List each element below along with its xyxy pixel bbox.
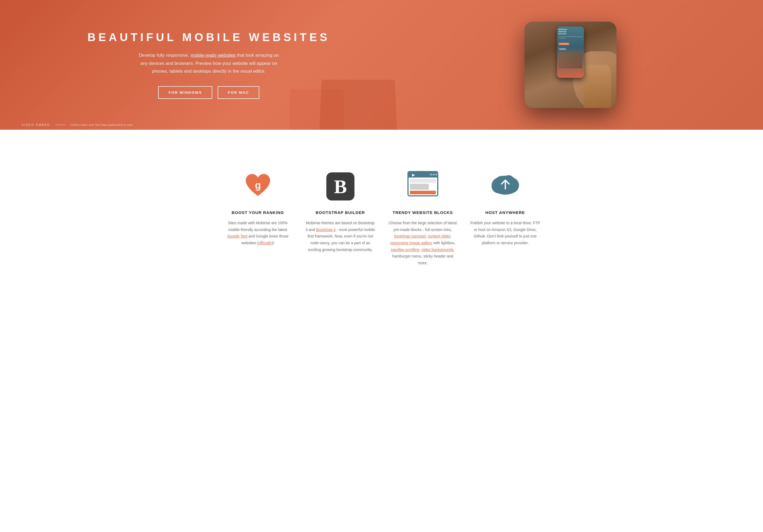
- heart-g-icon: g: [242, 170, 274, 203]
- feature-trendy-title: TRENDY WEBSITE BLOCKS: [392, 210, 453, 215]
- hero-description: Develop fully responsive, mobile-ready w…: [139, 51, 279, 75]
- feature-host: HOST ANYWHERE Publish your website to a …: [469, 170, 541, 266]
- hero-section: BEAUTIFUL MOBILE WEBSITES Develop fully …: [0, 0, 763, 130]
- cloud-upload-icon: [489, 170, 521, 198]
- svg-rect-10: [410, 179, 436, 183]
- phone-mockup: MOBIRISEWEBSITEBUILDER Create awesome mo…: [524, 22, 616, 108]
- feature-host-title: HOST ANYWHERE: [485, 210, 525, 215]
- features-grid: g BOOST YOUR RANKING Sites made with Mob…: [206, 148, 557, 282]
- feature-bootstrap-desc: Mobirise themes are based on Bootstrap 3…: [304, 220, 376, 253]
- officially-link[interactable]: officially: [259, 241, 272, 245]
- feature-trendy-icon: ▶: [407, 170, 439, 203]
- svg-point-6: [430, 174, 432, 176]
- browser-blocks-icon: ▶: [407, 170, 439, 201]
- svg-text:▶: ▶: [412, 173, 415, 177]
- feature-bootstrap-icon: B: [324, 170, 357, 203]
- hero-buttons: FOR WINDOWS FOR MAC: [22, 86, 396, 99]
- svg-text:g: g: [255, 180, 261, 191]
- svg-point-8: [435, 174, 437, 176]
- video-bg-link[interactable]: video backgrounds: [421, 247, 453, 252]
- bootstrap-carousel-link[interactable]: bootstrap carousel: [394, 234, 426, 238]
- svg-point-7: [433, 174, 434, 176]
- feature-boost: g BOOST YOUR RANKING Sites made with Mob…: [222, 170, 294, 266]
- video-embed-label: VIDEO EMBED: [22, 123, 50, 127]
- btn-windows[interactable]: FOR WINDOWS: [158, 86, 212, 99]
- parallax-link[interactable]: parallax scrolling: [391, 247, 419, 252]
- btn-mac[interactable]: FOR MAC: [218, 86, 259, 99]
- feature-boost-title: BOOST YOUR RANKING: [232, 210, 284, 215]
- svg-rect-11: [410, 184, 429, 190]
- bootstrap-b-icon: B: [324, 170, 357, 203]
- video-embed-divider: [55, 125, 65, 125]
- video-embed-text: Online video and YouTube particularly is…: [70, 123, 133, 127]
- svg-text:B: B: [334, 176, 347, 198]
- feature-trendy-desc: Choose from the large selection of lates…: [387, 220, 459, 266]
- feature-host-desc: Publish your website to a local drive, F…: [469, 220, 541, 246]
- hero-desc-part1: Develop fully responsive,: [139, 53, 190, 58]
- hero-image-wrapper: MOBIRISEWEBSITEBUILDER Create awesome mo…: [412, 22, 729, 108]
- content-slider-link[interactable]: content slider: [428, 234, 450, 238]
- features-section: g BOOST YOUR RANKING Sites made with Mob…: [0, 130, 763, 299]
- google-test-link[interactable]: Google Test: [227, 234, 247, 238]
- hero-content: BEAUTIFUL MOBILE WEBSITES Develop fully …: [0, 5, 763, 124]
- feature-host-icon: [489, 170, 521, 203]
- feature-bootstrap-title: BOOTSTRAP BUILDER: [315, 210, 365, 215]
- hero-mobile-ready-link[interactable]: mobile-ready websites: [190, 53, 236, 58]
- hero-text-area: BEAUTIFUL MOBILE WEBSITES Develop fully …: [22, 31, 396, 99]
- responsive-gallery-link[interactable]: responsive image gallery: [390, 241, 432, 245]
- feature-boost-desc: Sites made with Mobirise are 100% mobile…: [222, 220, 294, 246]
- feature-bootstrap: B BOOTSTRAP BUILDER Mobirise themes are …: [304, 170, 376, 266]
- feature-trendy: ▶ TRENDY WEBSITE BLOCKS Choose from the …: [387, 170, 459, 266]
- feature-boost-icon: g: [242, 170, 274, 203]
- bootstrap4-link[interactable]: Bootstrap 4: [316, 227, 336, 232]
- svg-rect-12: [410, 191, 436, 194]
- hero-title: BEAUTIFUL MOBILE WEBSITES: [22, 31, 396, 44]
